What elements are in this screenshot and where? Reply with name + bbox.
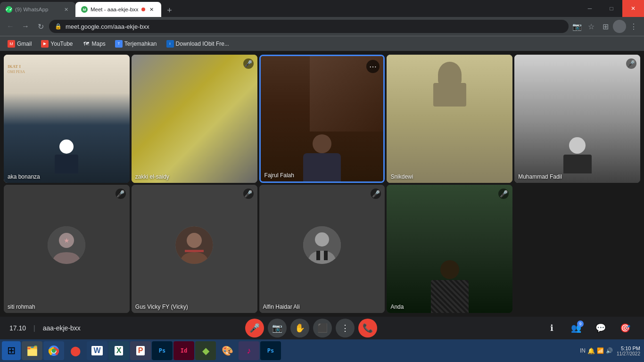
photoshop2-icon: Ps [267, 347, 274, 354]
mute-icon-fadil: 🎤 [626, 58, 636, 69]
more-icon: ⋮ [341, 323, 349, 333]
bookmark-terjemahkan-label: Terjemahkan [124, 41, 157, 47]
taskbar-explorer[interactable]: 🗂️ [22, 341, 42, 360]
svg-text:★: ★ [64, 237, 70, 244]
back-button[interactable]: ← [4, 20, 17, 33]
bookmark-star-icon[interactable]: ☆ [585, 20, 598, 33]
tab-whatsapp-close[interactable]: ✕ [62, 6, 70, 13]
more-options-icon[interactable]: ⋮ [627, 20, 640, 33]
close-window-button[interactable]: ✕ [622, 0, 644, 17]
url-text: meet.google.com/aaa-ekje-bxx [66, 23, 563, 30]
avatar-siti-icon: ★ [48, 226, 85, 264]
participant-name-vicky: Gus Vicky FY (Vicky) [135, 304, 188, 310]
new-tab-button[interactable]: + [163, 4, 176, 17]
meeting-room-code: aaa-ekje-bxx [43, 324, 81, 332]
taskbar-flp[interactable]: ♪ [239, 341, 259, 360]
extension-puzzle-icon[interactable]: ⊞ [599, 20, 612, 33]
taskbar-word[interactable]: W [87, 341, 107, 360]
browser-chrome: ✓✓ (9) WhatsApp ✕ M Meet - aaa-ekje-bxx … [0, 0, 644, 51]
maximize-button[interactable]: □ [601, 0, 622, 17]
taskbar-photoshop1[interactable]: Ps [152, 341, 173, 360]
present-button[interactable]: ⬛ [313, 319, 332, 337]
system-date: 11/27/2022 [617, 351, 640, 356]
participant-cell-siti: ★ 🎤 siti rohmah [4, 185, 130, 313]
system-tray: IN 🔔 📶 🔊 5:10 PM 11/27/2022 [580, 346, 642, 356]
network-icon: 📶 [597, 347, 604, 354]
mic-off-icon: 🎤 [249, 323, 260, 333]
video-feed-anda [387, 185, 512, 313]
taskbar-powerpoint[interactable]: P [130, 341, 151, 360]
video-grid: IKAT I OMI PESA aka bonanza 🎤 zakki el-s… [0, 51, 644, 317]
taskbar-excel[interactable]: X [108, 341, 129, 360]
minimize-button[interactable]: ─ [579, 0, 601, 17]
bookmark-youtube[interactable]: ▶ YouTube [37, 38, 76, 49]
mute-icon-vicky: 🎤 [243, 189, 254, 199]
taskbar-opera[interactable]: ⬤ [65, 341, 86, 360]
start-button[interactable]: ⊞ [2, 341, 21, 360]
participant-cell-fajrul: ⋯ Fajrul Falah [259, 55, 385, 183]
taskbar-photoshop2[interactable]: Ps [260, 341, 281, 360]
bookmark-terjemahkan[interactable]: T Terjemahkan [111, 38, 161, 49]
participant-cell-snikdewi: Snikdewi [387, 55, 512, 183]
video-feed-zakki [132, 55, 257, 183]
nav-bar: ← → ↻ 🔒 meet.google.com/aaa-ekje-bxx 📷 ☆… [0, 17, 644, 36]
participant-cell-vicky: 🎤 Gus Vicky FY (Vicky) [132, 185, 257, 313]
info-button[interactable]: ℹ [542, 319, 561, 337]
profile-avatar[interactable] [613, 20, 626, 33]
end-call-button[interactable]: 📞 [358, 319, 377, 337]
participant-name-aka-bonanza: aka bonanza [8, 173, 40, 180]
taskbar-corel[interactable]: ◆ [195, 341, 216, 360]
toggle-camera-button[interactable]: 📷 [268, 319, 287, 337]
whatsapp-favicon: ✓✓ [6, 6, 12, 13]
forward-button[interactable]: → [19, 20, 32, 33]
video-feed-snikdewi [387, 55, 512, 183]
powerpoint-icon: P [136, 346, 145, 355]
participant-name-zakki: zakki el-saidy [135, 173, 169, 180]
tab-meet[interactable]: M Meet - aaa-ekje-bxx ✕ [75, 2, 161, 17]
bookmark-iobit[interactable]: i Download IObit Fre... [163, 38, 233, 49]
svg-point-7 [315, 232, 329, 247]
mute-icon-alfin: 🎤 [371, 189, 381, 199]
reload-button[interactable]: ↻ [34, 20, 47, 33]
mute-mic-button[interactable]: 🎤 [245, 319, 264, 337]
taskbar: ⊞ 🗂️ ⬤ W X P Ps [0, 339, 644, 362]
screenshare-icon[interactable]: 📷 [570, 20, 584, 33]
address-bar[interactable]: 🔒 meet.google.com/aaa-ekje-bxx [49, 20, 569, 33]
clock[interactable]: 5:10 PM 11/27/2022 [617, 346, 640, 356]
participant-name-alfin: Alfin Haidar Ali [263, 304, 300, 310]
taskbar-indesign[interactable]: Id [173, 341, 194, 360]
bookmark-maps[interactable]: 🗺 Maps [79, 38, 109, 49]
youtube-icon: ▶ [41, 40, 49, 48]
mute-icon-anda: 🎤 [498, 189, 509, 199]
raise-hand-button[interactable]: ✋ [290, 319, 309, 337]
opera-icon: ⬤ [70, 345, 81, 356]
more-controls-button[interactable]: ⋮ [336, 319, 355, 337]
taskbar-paintnet[interactable]: 🎨 [217, 341, 238, 360]
activities-button[interactable]: 🎯 [616, 319, 635, 337]
paintnet-icon: 🎨 [222, 345, 233, 356]
photoshop1-icon: Ps [159, 347, 165, 354]
tab-meet-close[interactable]: ✕ [148, 6, 156, 13]
chat-icon: 💬 [595, 323, 606, 333]
svg-rect-9 [320, 251, 324, 260]
bookmark-iobit-label: Download IObit Fre... [176, 41, 229, 47]
tab-whatsapp-title: (9) WhatsApp [15, 7, 59, 12]
explorer-icon: 🗂️ [26, 345, 38, 356]
activities-icon: 🎯 [620, 323, 630, 333]
avatar-vicky-icon [175, 226, 213, 264]
tab-bar: ✓✓ (9) WhatsApp ✕ M Meet - aaa-ekje-bxx … [0, 0, 644, 17]
svg-rect-5 [185, 250, 204, 252]
bookmark-gmail[interactable]: M Gmail [4, 38, 35, 49]
people-button[interactable]: 👥 9 [567, 319, 586, 337]
controls-center: 🎤 📷 ✋ ⬛ ⋮ 📞 [245, 319, 377, 337]
chat-button[interactable]: 💬 [591, 319, 610, 337]
bookmarks-bar: M Gmail ▶ YouTube 🗺 Maps T Terjemahkan i… [0, 36, 644, 51]
present-icon: ⬛ [317, 323, 328, 333]
taskbar-app-icons: 🗂️ ⬤ W X P Ps Id [22, 341, 579, 360]
taskbar-chrome[interactable] [43, 341, 64, 360]
recording-indicator [141, 8, 145, 11]
windows-logo-icon: ⊞ [7, 345, 16, 357]
flp-icon: ♪ [247, 346, 251, 356]
participant-cell-aka-bonanza: IKAT I OMI PESA aka bonanza [4, 55, 130, 183]
tab-whatsapp[interactable]: ✓✓ (9) WhatsApp ✕ [0, 2, 75, 17]
